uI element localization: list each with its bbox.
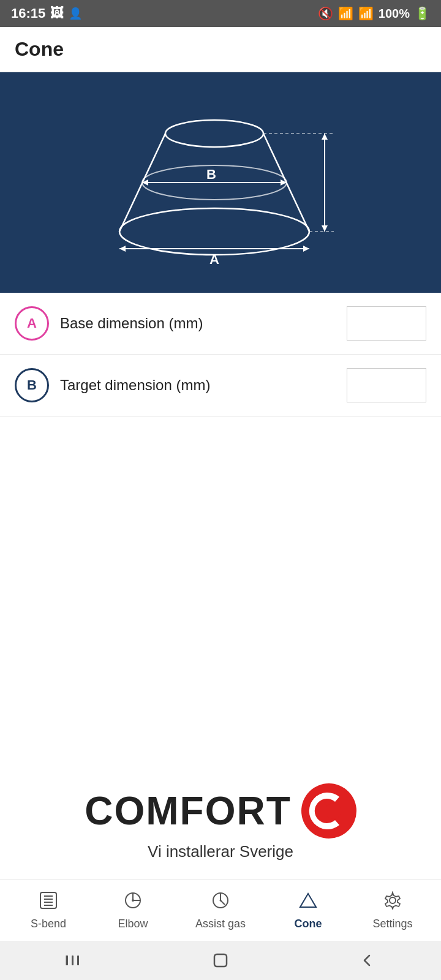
comfort-logo-text: COMFORT	[85, 788, 292, 834]
svg-marker-33	[300, 894, 316, 907]
system-nav	[0, 941, 441, 980]
svg-rect-40	[214, 954, 227, 967]
battery-icon: 🔋	[415, 6, 430, 21]
input-target-dimension[interactable]	[347, 368, 426, 402]
svg-rect-20	[40, 892, 56, 908]
nav-item-s-bend[interactable]: S-bend	[18, 886, 79, 935]
nav-label-settings: Settings	[372, 918, 412, 930]
nav-item-cone[interactable]: Cone	[277, 886, 339, 935]
form-row-b: B Target dimension (mm)	[0, 355, 441, 417]
photo-icon: 🖼	[50, 6, 64, 21]
nav-label-cone: Cone	[294, 918, 322, 930]
cone-diagram: B A	[0, 72, 441, 293]
svg-point-34	[390, 897, 396, 903]
person-icon: 👤	[69, 7, 82, 20]
svg-rect-38	[72, 956, 74, 965]
wifi-icon: 📶	[338, 6, 353, 21]
comfort-logo-icon	[301, 783, 356, 839]
form-row-a: A Base dimension (mm)	[0, 293, 441, 355]
svg-marker-10	[119, 246, 126, 252]
bottom-nav: S-bend Elbow Assist gas	[0, 880, 441, 941]
nav-item-settings[interactable]: Settings	[362, 886, 423, 935]
elbow-icon	[124, 891, 142, 914]
nav-label-s-bend: S-bend	[31, 918, 66, 930]
svg-point-1	[119, 208, 309, 255]
svg-text:A: A	[209, 252, 219, 267]
status-time: 16:15	[11, 6, 45, 21]
signal-icon: 📶	[358, 6, 374, 21]
svg-marker-11	[303, 246, 309, 252]
top-bar: Cone	[0, 27, 441, 72]
svg-text:B: B	[206, 167, 216, 182]
nav-label-elbow: Elbow	[118, 918, 148, 930]
label-group-b: B Target dimension (mm)	[15, 368, 347, 402]
status-left: 16:15 🖼 👤	[11, 6, 82, 21]
assist-gas-icon	[211, 891, 230, 914]
nav-item-elbow[interactable]: Elbow	[102, 886, 164, 935]
svg-marker-14	[322, 134, 328, 140]
nav-label-assist-gas: Assist gas	[195, 918, 246, 930]
form-area: A Base dimension (mm) B Target dimension…	[0, 293, 441, 588]
svg-point-0	[165, 120, 263, 147]
system-home-button[interactable]	[196, 947, 245, 974]
label-group-a: A Base dimension (mm)	[15, 306, 347, 341]
label-b: Target dimension (mm)	[60, 377, 210, 394]
content-spacer	[0, 588, 441, 760]
battery-text: 100%	[379, 7, 410, 21]
nav-item-assist-gas[interactable]: Assist gas	[187, 886, 254, 935]
svg-marker-15	[322, 225, 328, 232]
status-right: 🔇 📶 📶 100% 🔋	[318, 6, 430, 21]
svg-rect-39	[77, 956, 79, 965]
label-a: Base dimension (mm)	[60, 315, 203, 332]
status-bar: 16:15 🖼 👤 🔇 📶 📶 100% 🔋	[0, 0, 441, 27]
svg-point-19	[325, 803, 341, 819]
logo-area: COMFORT Vi installerar Sverige	[0, 759, 441, 880]
cone-svg: B A	[74, 85, 368, 281]
badge-b: B	[15, 368, 49, 402]
system-back-button[interactable]	[343, 947, 392, 974]
svg-point-28	[132, 899, 134, 902]
badge-a: A	[15, 306, 49, 341]
s-bend-icon	[39, 891, 58, 914]
settings-icon	[383, 891, 402, 914]
svg-point-32	[219, 899, 221, 901]
svg-rect-37	[66, 956, 68, 965]
logo-row: COMFORT	[85, 783, 356, 839]
cone-icon	[299, 891, 317, 914]
mute-icon: 🔇	[318, 6, 333, 21]
page-title: Cone	[15, 38, 64, 60]
logo-subtitle: Vi installerar Sverige	[148, 842, 293, 861]
input-base-dimension[interactable]	[347, 306, 426, 341]
system-menu-button[interactable]	[49, 947, 98, 974]
